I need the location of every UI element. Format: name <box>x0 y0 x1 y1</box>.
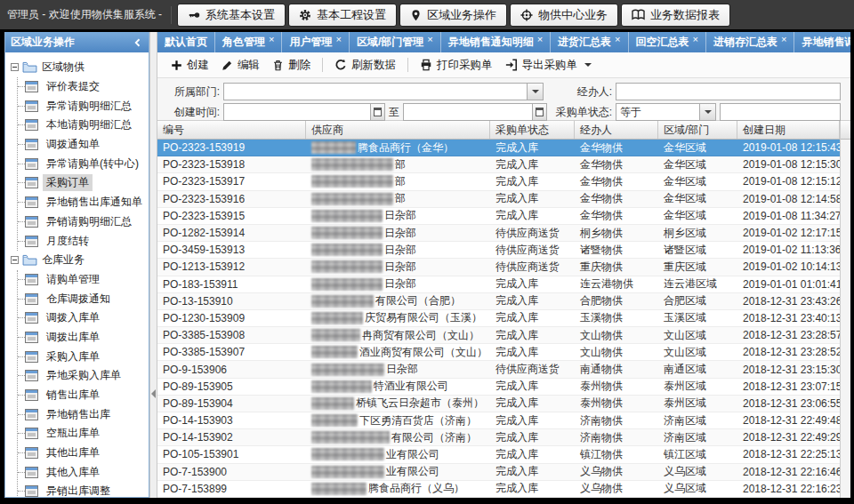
tree-item[interactable]: 请购单管理 <box>18 270 147 290</box>
toolbar-button[interactable]: 刷新数据 <box>328 55 402 76</box>
tab[interactable]: 用户管理 × <box>282 32 349 52</box>
tab[interactable]: 异地销售调整明细 × <box>794 32 850 52</box>
table-row[interactable]: PO-3385-153907 酒业商贸有限公司（文山）完成入库文山物供文山区域2… <box>157 344 850 361</box>
tab[interactable]: 进货汇总表 × <box>551 32 628 52</box>
tree-item[interactable]: 异地销售出库通知单 <box>18 193 147 212</box>
table-row[interactable]: PO-2323-153919 腾食品商行（金华）完成入库金华物供金华区域2019… <box>157 140 850 156</box>
table-row[interactable]: PO-1213-153912 日杂部待供应商送货重庆物供重庆区域2019-01-… <box>157 259 850 276</box>
close-icon[interactable]: × <box>269 34 274 44</box>
column-header[interactable]: 供应商 <box>306 121 490 139</box>
chevron-left-icon[interactable] <box>133 37 143 48</box>
close-icon[interactable]: × <box>335 34 341 44</box>
document-icon <box>25 216 38 228</box>
table-row[interactable]: PO-2323-153917 部完成入库金华物供金华区域2019-01-08 1… <box>157 173 850 190</box>
table-row[interactable]: PO-1230-153909 庆贸易有限公司（玉溪）完成入库玉溪物供玉溪区域20… <box>157 310 850 327</box>
toolbar-button[interactable]: 导出采购单 <box>499 55 599 76</box>
created-to-input[interactable] <box>403 103 547 121</box>
created-from-input[interactable] <box>223 103 385 121</box>
table-row[interactable]: PO-7-153900 业有限公司完成入库义乌物供义乌区域2018-12-31 … <box>157 464 850 481</box>
topbar-button[interactable]: 区域业务操作 <box>399 4 507 27</box>
table-row[interactable]: PO-13-153910 有限公司（合肥）完成入库合肥物供合肥区域2018-12… <box>157 293 850 310</box>
tree-item[interactable]: 异常请购单(转中心) <box>18 154 147 173</box>
column-header[interactable]: 区域/部门 <box>658 121 737 139</box>
table-row[interactable]: PO-1282-153914 日杂部待供应商送货桐乡物供桐乡区域2019-01-… <box>157 225 850 242</box>
chevron-down-icon[interactable] <box>699 104 715 120</box>
toolbar-button[interactable]: 编辑 <box>215 55 266 76</box>
tree-item[interactable]: 调拨出库单 <box>18 328 147 348</box>
cell-po: PO-1213-153912 <box>157 259 306 275</box>
scrollbar-top-button[interactable] <box>841 121 850 140</box>
tree-item[interactable]: 采购入库单 <box>18 347 147 366</box>
toolbar-button[interactable]: 创建 <box>165 55 215 76</box>
toolbar-button[interactable]: 删除 <box>266 55 317 76</box>
column-header[interactable]: 采购单状态 <box>490 121 575 139</box>
tree-item[interactable]: 评价表提交 <box>18 77 147 97</box>
handler-input[interactable] <box>616 83 841 100</box>
table-row[interactable]: PO-14-153902 有限公司（济南）完成入库济南物供济南区域2018-12… <box>157 429 850 446</box>
tab-label: 区域/部门管理 <box>357 35 423 50</box>
tree-item[interactable]: 空瓶出库单 <box>18 424 147 444</box>
table-row[interactable]: PO-9-153906 日杂部待供应商送货南通物供南通区域2018-12-31 … <box>157 361 850 378</box>
tab[interactable]: 默认首页 <box>157 32 215 52</box>
tab[interactable]: 角色管理 × <box>215 32 282 52</box>
column-header[interactable]: 编号 <box>157 121 306 139</box>
tree-item[interactable]: 调拨通知单 <box>18 135 147 155</box>
tab[interactable]: 异地销售通知明细 × <box>441 32 551 52</box>
tab[interactable]: 进销存汇总表 × <box>706 32 794 52</box>
department-select[interactable] <box>223 83 544 100</box>
tree-item[interactable]: 调拨入库单 <box>18 308 147 328</box>
topbar-button[interactable]: 基本工程设置 <box>288 4 397 27</box>
close-icon[interactable]: × <box>693 34 698 44</box>
tree-folder[interactable]: 区域物供 <box>11 58 147 77</box>
collapse-box-icon[interactable] <box>11 256 19 264</box>
collapse-arrow-icon[interactable] <box>151 389 156 398</box>
table-row[interactable]: PO-2323-153918 部完成入库金华物供金华区域2019-01-08 1… <box>157 156 850 173</box>
tree-item[interactable]: 异常请购明细汇总 <box>18 96 147 116</box>
table-row[interactable]: PO-105-153901 业有限公司完成入库镇江物供镇江区域2018-12-3… <box>157 446 850 463</box>
status-operator-select[interactable]: 等于 <box>616 103 716 121</box>
tree-item-label: 采购订单 <box>43 174 93 191</box>
tree-item[interactable]: 本地请购明细汇总 <box>18 116 147 135</box>
tree-folder[interactable]: 仓库业务 <box>11 251 147 270</box>
column-header[interactable]: 创建日期 <box>737 121 840 139</box>
cell-status: 完成入库 <box>490 191 575 207</box>
tree-item[interactable]: 月度结转 <box>18 231 147 251</box>
tree-item[interactable]: 销售出库单 <box>18 386 147 405</box>
table-row[interactable]: PO-89-153904 桥镇飞云日杂超市（泰州）完成入库泰州物供泰州区域201… <box>157 396 850 412</box>
tree-item[interactable]: 其他出库单 <box>18 444 147 463</box>
status-value-input[interactable] <box>720 103 841 121</box>
splitter[interactable] <box>149 32 157 498</box>
close-icon[interactable]: × <box>781 34 786 44</box>
topbar-button[interactable]: 系统基本设置 <box>177 4 286 27</box>
tree-item[interactable]: 采购订单 <box>18 173 147 193</box>
chevron-down-icon[interactable] <box>527 84 543 100</box>
topbar-button[interactable]: 物供中心业务 <box>510 4 618 27</box>
topbar-button[interactable]: 业务数据报表 <box>621 4 730 27</box>
tree-item[interactable]: 异销出库调整 <box>18 482 147 498</box>
table-row[interactable]: PO-183-153911 日杂部完成入库连云港物供连云港区域2019-01-0… <box>157 276 850 293</box>
close-icon[interactable]: × <box>537 34 543 44</box>
cell-supplier: 部 <box>306 191 490 207</box>
column-header[interactable]: 经办人 <box>575 121 658 139</box>
table-row[interactable]: PO-89-153905 特酒业有限公司完成入库泰州物供泰州区域2018-12-… <box>157 379 850 396</box>
tree-item[interactable]: 异地销售出库 <box>18 404 147 424</box>
collapse-box-icon[interactable] <box>11 63 19 71</box>
close-icon[interactable]: × <box>427 34 432 44</box>
table-row[interactable]: PO-7-153899 腾食品商行（义乌）完成入库义乌物供义乌区域2018-12… <box>157 481 850 498</box>
tree-item[interactable]: 仓库调拨通知 <box>18 289 147 308</box>
calendar-icon[interactable] <box>370 104 384 120</box>
table-row[interactable]: PO-14-153903 下区勇清百货店（济南）完成入库济南物供济南区域2018… <box>157 412 850 429</box>
tab[interactable]: 回空汇总表 × <box>629 32 706 52</box>
table-row[interactable]: PO-3459-153913 日杂部待供应商送货诸暨物供诸暨区域2019-01-… <box>157 242 850 259</box>
table-row[interactable]: PO-2323-153916 部完成入库金华物供金华区域2019-01-08 1… <box>157 191 850 208</box>
created-label: 创建时间: <box>157 103 220 121</box>
tree-item[interactable]: 异销请购明细汇总 <box>18 212 147 232</box>
toolbar-button[interactable]: 打印采购单 <box>414 55 499 76</box>
close-icon[interactable]: × <box>615 34 620 44</box>
vertical-scrollbar[interactable] <box>840 121 850 498</box>
table-row[interactable]: PO-2323-153915 日杂部完成入库金华物供金华区域2019-01-08… <box>157 208 850 225</box>
tree-item[interactable]: 其他入库单 <box>18 462 147 482</box>
tree-item[interactable]: 异地采购入库单 <box>18 366 147 386</box>
tab[interactable]: 区域/部门管理 × <box>350 32 441 52</box>
table-row[interactable]: PO-3385-153908 冉商贸有限公司（文山）完成入库文山物供文山区域20… <box>157 327 850 344</box>
